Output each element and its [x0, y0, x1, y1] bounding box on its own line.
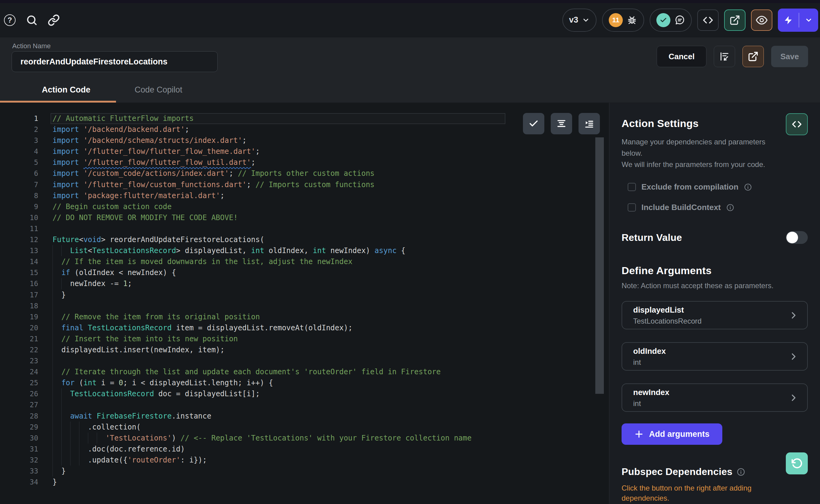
code-line[interactable]: 30 'TestLocations') // <-- Replace 'Test… [0, 433, 609, 444]
auto-indent-button[interactable] [579, 113, 600, 134]
search-button[interactable] [25, 13, 38, 27]
check-syntax-button[interactable] [523, 113, 544, 134]
chevron-right-icon [789, 352, 798, 361]
code-line[interactable]: 32 .update({'routeOrder': i}); [0, 455, 609, 466]
line-number: 22 [0, 344, 38, 355]
argument-card-displayedlist[interactable]: displayedList TestLocationsRecord [622, 301, 808, 329]
check-icon [528, 118, 539, 129]
help-icon: ? [4, 14, 16, 26]
code-editor[interactable]: 1// Automatic FlutterFlow imports2import… [0, 103, 609, 504]
format-document-button[interactable] [551, 113, 572, 134]
undo-icon [791, 458, 803, 469]
code-line[interactable]: 3import '/backend/schema/structs/index.d… [0, 135, 609, 146]
plus-icon [634, 430, 644, 439]
code-line[interactable]: 34} [0, 477, 609, 488]
editor-actions [523, 113, 600, 134]
line-number: 31 [0, 444, 38, 455]
code-line[interactable]: 20 final TestLocationsRecord item = disp… [0, 322, 609, 333]
code-line[interactable]: 16 newIndex -= 1; [0, 278, 609, 289]
argument-card-newindex[interactable]: newIndex int [622, 383, 808, 412]
refresh-dependencies-button[interactable] [786, 452, 808, 474]
preview-button[interactable] [751, 9, 772, 31]
define-arguments-note: Note: Action must accept these as parame… [622, 281, 808, 290]
tab-bar: Action Code Code Copilot [0, 77, 820, 103]
bug-icon [626, 15, 637, 26]
line-number: 30 [0, 433, 38, 444]
code-line[interactable]: 24 // Iterate through the list and updat… [0, 366, 609, 377]
argument-name: displayedList [633, 305, 702, 315]
run-split-button[interactable] [778, 9, 818, 32]
tab-code-copilot[interactable]: Code Copilot [135, 85, 182, 95]
link-icon [48, 14, 60, 26]
argument-type: TestLocationsRecord [633, 317, 702, 325]
help-button[interactable]: ? [3, 13, 16, 27]
line-number: 18 [0, 300, 38, 311]
line-number: 15 [0, 267, 38, 278]
argument-card-oldindex[interactable]: oldIndex int [622, 342, 808, 371]
action-name-input[interactable] [12, 51, 218, 72]
run-button[interactable] [778, 9, 799, 32]
issues-bug-button[interactable]: 11 [602, 9, 644, 32]
line-number: 8 [0, 190, 38, 201]
code-line[interactable]: 18 [0, 300, 609, 311]
code-line[interactable]: 25 for (int i = 0; i < displayedList.len… [0, 377, 609, 388]
save-button[interactable]: Save [771, 46, 808, 67]
panel-title: Action Settings [622, 118, 808, 129]
include-buildcontext-row: Include BuildContext [628, 203, 808, 212]
argument-name: newIndex [633, 388, 669, 397]
code-line[interactable]: 23 [0, 355, 609, 366]
code-line[interactable]: 12Future<void> reorderAndUpdateFirestore… [0, 234, 609, 245]
run-options-button[interactable] [799, 9, 818, 32]
code-line[interactable]: 29 .collection( [0, 422, 609, 433]
code-line[interactable]: 10// DO NOT REMOVE OR MODIFY THE CODE AB… [0, 212, 609, 223]
open-external-button[interactable] [742, 46, 764, 67]
code-line[interactable]: 8import 'package:flutter/material.dart'; [0, 190, 609, 201]
code-line[interactable]: 27 [0, 399, 609, 410]
link-button[interactable] [47, 13, 60, 27]
line-number: 28 [0, 411, 38, 422]
cancel-button[interactable]: Cancel [657, 46, 706, 67]
code-line[interactable]: 31 .doc(doc.reference.id) [0, 444, 609, 455]
line-number: 12 [0, 234, 38, 245]
add-arguments-button[interactable]: Add arguments [622, 423, 722, 445]
return-value-toggle[interactable] [786, 231, 808, 244]
exclude-compilation-checkbox[interactable] [628, 183, 636, 191]
code-line[interactable]: 15 if (oldIndex < newIndex) { [0, 267, 609, 278]
code-line[interactable]: 9// Begin custom action code [0, 201, 609, 212]
open-editor-button[interactable] [724, 9, 746, 31]
code-line[interactable]: 7import '/flutter_flow/custom_functions.… [0, 179, 609, 190]
code-line[interactable]: 1// Automatic FlutterFlow imports [0, 113, 609, 124]
code-line[interactable]: 26 TestLocationsRecord doc = displayedLi… [0, 388, 609, 399]
code-line[interactable]: 6import '/custom_code/actions/index.dart… [0, 168, 609, 179]
code-line[interactable]: 33 } [0, 466, 609, 477]
info-icon[interactable] [744, 183, 752, 191]
line-number: 33 [0, 466, 38, 477]
bolt-icon [783, 15, 793, 25]
code-line[interactable]: 17 } [0, 289, 609, 300]
toggle-knob [786, 232, 798, 243]
settings-code-button[interactable] [786, 113, 808, 135]
code-line[interactable]: 14 // If the item is moved downwards in … [0, 256, 609, 267]
code-line[interactable]: 5import '/flutter_flow/flutter_flow_util… [0, 157, 609, 168]
editor-scrollbar[interactable] [595, 137, 604, 394]
view-code-button[interactable] [697, 9, 719, 31]
include-buildcontext-checkbox[interactable] [628, 203, 636, 212]
info-icon[interactable] [726, 204, 734, 212]
code-line[interactable]: 2import '/backend/backend.dart'; [0, 124, 609, 135]
code-line[interactable]: 22 displayedList.insert(newIndex, item); [0, 344, 609, 355]
validation-chat-button[interactable] [650, 9, 692, 32]
code-line[interactable]: 28 await FirebaseFirestore.instance [0, 411, 609, 422]
check-badge [656, 13, 670, 27]
code-line[interactable]: 4import '/flutter_flow/flutter_flow_them… [0, 146, 609, 157]
code-line[interactable]: 11 [0, 223, 609, 234]
format-code-button[interactable] [714, 46, 735, 67]
chevron-down-icon [582, 16, 590, 24]
code-line[interactable]: 13 List<TestLocationsRecord> displayedLi… [0, 245, 609, 256]
version-dropdown[interactable]: v3 [562, 9, 597, 32]
line-number: 16 [0, 278, 38, 289]
tab-action-code[interactable]: Action Code [42, 85, 90, 95]
code-line[interactable]: 21 // Insert the item into its new posit… [0, 333, 609, 344]
code-line[interactable]: 19 // Remove the item from its original … [0, 311, 609, 322]
info-icon[interactable] [737, 468, 745, 476]
arguments-list: displayedList TestLocationsRecord oldInd… [622, 301, 808, 412]
